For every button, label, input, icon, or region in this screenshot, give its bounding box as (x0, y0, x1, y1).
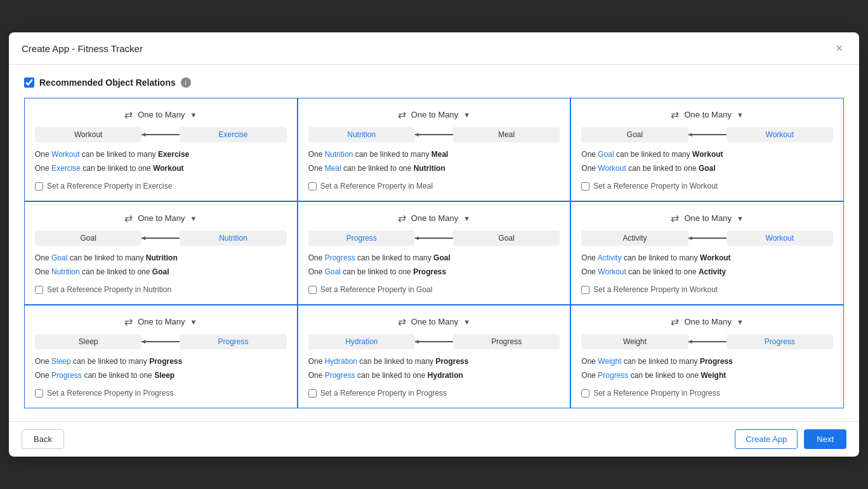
desc-block: One Hydration can be linked to many Prog… (308, 356, 560, 381)
ref-property-checkbox[interactable] (308, 389, 317, 398)
dropdown-arrow-icon[interactable]: ▼ (463, 215, 470, 222)
dropdown-arrow-icon[interactable]: ▼ (463, 111, 470, 119)
next-button[interactable]: Next (804, 429, 846, 449)
dropdown-arrow-icon[interactable]: ▼ (463, 318, 470, 326)
ref-property-checkbox[interactable] (581, 182, 589, 191)
ref-property-checkbox[interactable] (35, 182, 43, 191)
relation-type: One to Many (684, 110, 731, 119)
relation-card: ⇄ One to Many ▼ Goal Workout One Goal ca… (570, 98, 844, 201)
dropdown-arrow-icon[interactable]: ▼ (190, 111, 197, 119)
card-top: ⇄ One to Many ▼ (308, 212, 560, 224)
entity-left: Progress (308, 231, 415, 246)
arrow-line (415, 341, 453, 342)
arrow-connector (141, 238, 180, 239)
relation-card: ⇄ One to Many ▼ Sleep Progress One Sleep… (24, 305, 298, 408)
entity-link-2a: Goal (325, 267, 341, 276)
desc-line-1: One Goal can be linked to many Nutrition (35, 252, 287, 264)
desc-line-2: One Nutrition can be linked to one Goal (35, 266, 287, 278)
entity-left: Sleep (35, 334, 141, 349)
card-top: ⇄ One to Many ▼ (308, 316, 560, 328)
entity-bold-1b: Nutrition (146, 253, 178, 262)
entity-link-2a: Workout (598, 164, 626, 173)
dropdown-arrow-icon[interactable]: ▼ (737, 318, 744, 326)
desc-line-2: One Progress can be linked to one Weight (581, 370, 833, 381)
desc-block: One Goal can be linked to many Nutrition… (35, 252, 287, 278)
entities-row: Sleep Progress (35, 334, 287, 349)
entity-link-2a: Progress (325, 371, 355, 380)
entity-left: Goal (35, 231, 141, 246)
dropdown-arrow-icon[interactable]: ▼ (737, 111, 744, 119)
entity-right: Progress (453, 334, 560, 349)
entity-link-2a: Progress (51, 371, 82, 380)
desc-line-1: One Workout can be linked to many Exerci… (35, 149, 287, 160)
arrows-icon: ⇄ (124, 109, 133, 121)
entity-left: Activity (581, 231, 688, 246)
ref-property-checkbox[interactable] (308, 182, 317, 191)
relation-type: One to Many (684, 317, 731, 326)
relation-type: One to Many (138, 110, 185, 119)
dropdown-arrow-icon[interactable]: ▼ (190, 215, 197, 222)
arrow-connector (415, 238, 453, 239)
modal-header: Create App - Fitness Tracker × (9, 32, 859, 65)
arrows-icon: ⇄ (671, 109, 679, 121)
section-checkbox[interactable] (24, 77, 34, 88)
entity-left: Goal (581, 127, 688, 142)
section-header: Recommended Object Relations i (24, 77, 844, 88)
desc-line-1: One Hydration can be linked to many Prog… (308, 356, 560, 367)
relation-card: ⇄ One to Many ▼ Nutrition Meal One Nutri… (298, 98, 571, 201)
ref-property-row: Set a Reference Property in Meal (308, 182, 560, 191)
desc-line-2: One Progress can be linked to one Sleep (35, 370, 287, 381)
dropdown-arrow-icon[interactable]: ▼ (190, 318, 197, 326)
relation-type: One to Many (411, 213, 458, 223)
arrow-connector (688, 341, 727, 342)
ref-property-checkbox[interactable] (35, 286, 43, 294)
entities-row: Goal Workout (581, 127, 833, 142)
ref-property-label: Set a Reference Property in Nutrition (47, 285, 171, 294)
entity-bold-1b: Progress (149, 357, 182, 366)
arrow-line (415, 238, 453, 239)
desc-block: One Progress can be linked to many Goal … (308, 252, 560, 278)
relation-card: ⇄ One to Many ▼ Workout Exercise One Wor… (24, 98, 298, 201)
entity-right: Meal (453, 127, 560, 142)
close-button[interactable]: × (832, 41, 846, 55)
entity-left: Nutrition (308, 127, 415, 142)
ref-property-checkbox[interactable] (581, 286, 589, 294)
entity-link-2a: Meal (325, 164, 341, 173)
entity-right: Workout (727, 127, 833, 142)
modal-footer: Back Create App Next (9, 421, 859, 457)
ref-property-checkbox[interactable] (308, 286, 317, 294)
desc-line-1: One Nutrition can be linked to many Meal (308, 149, 560, 160)
entity-left: Workout (35, 127, 141, 142)
entity-link-2a: Nutrition (51, 267, 80, 276)
entity-right: Progress (727, 334, 833, 349)
ref-property-row: Set a Reference Property in Nutrition (35, 285, 287, 294)
arrow-line (688, 134, 727, 135)
ref-property-checkbox[interactable] (581, 389, 589, 398)
entity-right: Progress (180, 334, 286, 349)
desc-line-1: One Goal can be linked to many Workout (581, 149, 833, 160)
cards-grid: ⇄ One to Many ▼ Workout Exercise One Wor… (24, 98, 844, 408)
ref-property-label: Set a Reference Property in Progress (320, 389, 447, 398)
ref-property-row: Set a Reference Property in Workout (581, 285, 833, 294)
relation-type: One to Many (138, 317, 185, 326)
entity-bold-1b: Progress (700, 357, 733, 366)
desc-line-1: One Activity can be linked to many Worko… (581, 252, 833, 264)
arrow-line (141, 134, 180, 135)
modal: Create App - Fitness Tracker × Recommend… (9, 32, 859, 457)
entity-right: Goal (453, 231, 560, 246)
entities-row: Hydration Progress (308, 334, 560, 349)
entity-link-1a: Weight (598, 357, 621, 366)
entity-bold-1b: Workout (692, 150, 723, 159)
ref-property-checkbox[interactable] (35, 389, 43, 398)
dropdown-arrow-icon[interactable]: ▼ (737, 215, 744, 222)
create-app-button[interactable]: Create App (735, 429, 798, 449)
ref-property-row: Set a Reference Property in Goal (308, 285, 560, 294)
desc-block: One Workout can be linked to many Exerci… (35, 149, 287, 174)
ref-property-label: Set a Reference Property in Goal (320, 285, 433, 294)
back-button[interactable]: Back (22, 429, 64, 449)
desc-line-2: One Workout can be linked to one Activit… (581, 266, 833, 278)
ref-property-row: Set a Reference Property in Progress (308, 389, 560, 398)
desc-line-1: One Sleep can be linked to many Progress (35, 356, 287, 367)
entities-row: Workout Exercise (35, 127, 287, 142)
info-icon[interactable]: i (181, 77, 191, 88)
